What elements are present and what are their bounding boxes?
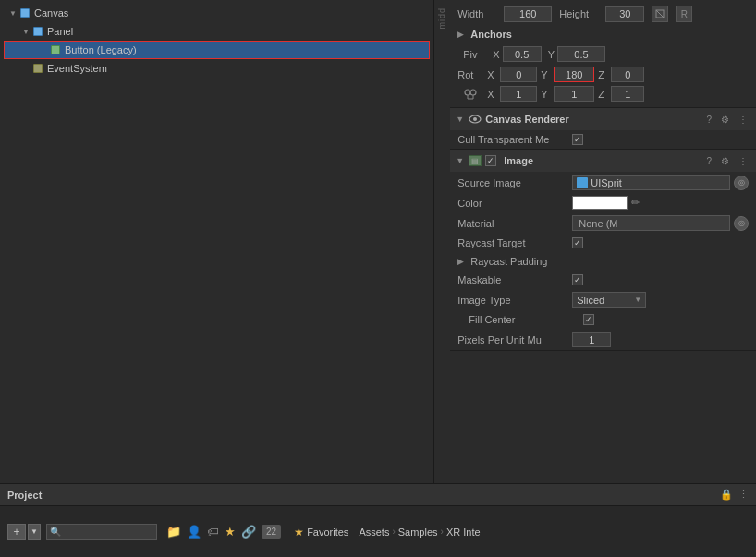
cull-transparent-label: Cull Transparent Me — [457, 134, 568, 145]
piv-y-field[interactable] — [557, 46, 605, 62]
piv-row: Piv X Y — [450, 43, 756, 65]
color-row: Color ✏ — [450, 193, 756, 212]
image-enabled-checkbox[interactable] — [485, 155, 496, 166]
piv-x-field[interactable] — [503, 46, 542, 62]
color-swatch[interactable] — [572, 196, 628, 210]
tree-arrow-canvas: ▼ — [7, 7, 18, 18]
material-field[interactable]: None (M — [572, 215, 730, 231]
button-legacy-label: Button (Legacy) — [65, 44, 137, 55]
canvas-renderer-settings[interactable]: ⚙ — [718, 114, 732, 126]
height-field[interactable] — [605, 6, 644, 22]
link-icon-bottom[interactable]: 🔗 — [241, 525, 256, 539]
rot-y-field[interactable] — [554, 67, 594, 82]
image-section-title: Image — [504, 155, 700, 166]
bottom-toolbar: Project 🔒 ⋮ — [0, 484, 756, 506]
source-image-picker[interactable]: ◎ — [734, 176, 749, 190]
canvas-renderer-title: Canvas Renderer — [485, 114, 700, 125]
xr-nav-label: XR Inte — [446, 527, 481, 538]
raycast-target-label: Raycast Target — [457, 237, 568, 248]
tree-item-panel[interactable]: ▼ Panel — [0, 22, 433, 41]
add-dropdown[interactable]: ▼ — [28, 524, 41, 540]
cull-transparent-checkbox[interactable] — [572, 134, 583, 145]
material-label: Material — [457, 218, 568, 229]
rot-y-label: Y — [541, 69, 550, 80]
folder-icon[interactable]: 📁 — [166, 525, 181, 539]
piv-xy-group: X Y — [493, 46, 605, 62]
scale-y-field[interactable] — [554, 86, 594, 102]
rot-x-field[interactable] — [500, 67, 537, 82]
source-image-text: UISprit — [591, 177, 622, 188]
bottom-panel: Project 🔒 ⋮ + ▼ 🔍 📁 👤 🏷 ★ 🔗 22 — [0, 483, 756, 557]
button-legacy-icon — [49, 43, 62, 56]
add-button[interactable]: + — [7, 524, 26, 540]
raycast-target-checkbox[interactable] — [572, 237, 583, 248]
lock-icon[interactable]: 🔒 — [720, 489, 733, 501]
scale-y-label: Y — [541, 89, 550, 100]
image-section-icon: ▤ — [469, 154, 482, 167]
hierarchy-panel: ▼ Canvas ▼ Panel Button (Leg — [0, 0, 434, 483]
svg-line-1 — [656, 10, 664, 18]
rot-x-label: X — [487, 69, 496, 80]
tree-item-button-legacy[interactable]: Button (Legacy) — [4, 41, 430, 59]
canvas-renderer-help[interactable]: ? — [703, 114, 714, 126]
material-value: None (M ◎ — [572, 215, 749, 231]
width-field[interactable] — [504, 6, 552, 22]
color-picker-icon[interactable]: ✏ — [631, 197, 640, 209]
favorites-nav-label: Favorites — [307, 527, 348, 538]
svg-point-2 — [465, 90, 470, 95]
eventsystem-icon — [31, 62, 44, 75]
scale-z-field[interactable] — [611, 86, 644, 102]
dropdown-arrow: ▼ — [634, 296, 641, 304]
count-badge: 22 — [262, 525, 281, 539]
pixels-per-unit-field[interactable] — [572, 332, 611, 347]
material-picker[interactable]: ◎ — [734, 216, 749, 231]
search-input[interactable] — [46, 524, 157, 540]
height-label: Height — [559, 8, 598, 19]
bottom-content: + ▼ 🔍 📁 👤 🏷 ★ 🔗 22 ★ Favorites Assets › … — [0, 506, 756, 557]
fill-center-checkbox[interactable] — [583, 314, 594, 325]
favorites-icon[interactable]: ★ — [225, 525, 236, 539]
tree-arrow-panel: ▼ — [20, 26, 31, 37]
svg-point-3 — [470, 90, 476, 95]
search-container: 🔍 — [46, 524, 157, 540]
piv-x-label: X — [493, 49, 499, 60]
pixels-per-unit-row: Pixels Per Unit Mu — [450, 329, 756, 350]
eventsystem-label: EventSystem — [47, 63, 107, 74]
tag-icon[interactable]: 🏷 — [207, 525, 219, 539]
toolbar-more[interactable]: ⋮ — [738, 489, 749, 501]
pixels-per-unit-label: Pixels Per Unit Mu — [457, 334, 568, 345]
tree-item-canvas[interactable]: ▼ Canvas — [0, 4, 433, 22]
image-type-value: Sliced — [577, 295, 604, 306]
inspector-panel: Width Height R ▶ Anchors Piv — [450, 0, 756, 483]
maskable-checkbox[interactable] — [572, 274, 583, 285]
scale-x-field[interactable] — [500, 86, 537, 102]
link-icon — [457, 88, 483, 101]
r-btn[interactable]: R — [676, 6, 692, 22]
width-label: Width — [457, 8, 496, 19]
nav-arrow2: › — [441, 527, 444, 537]
panel-icon — [31, 25, 44, 38]
person-icon[interactable]: 👤 — [187, 525, 201, 539]
image-type-dropdown[interactable]: Sliced ▼ — [572, 292, 646, 308]
fill-center-row: Fill Center — [450, 310, 756, 329]
image-more[interactable]: ⋮ — [736, 155, 750, 167]
piv-label: Piv — [463, 49, 489, 60]
image-help[interactable]: ? — [703, 155, 714, 167]
source-image-field[interactable]: UISprit — [572, 175, 730, 190]
resize-btn[interactable] — [652, 6, 668, 22]
svg-point-8 — [473, 117, 477, 121]
source-image-value: UISprit ◎ — [572, 175, 749, 190]
fill-center-label: Fill Center — [469, 314, 579, 325]
canvas-renderer-more[interactable]: ⋮ — [736, 114, 750, 126]
rot-row: Rot X Y Z — [450, 65, 756, 84]
canvas-renderer-arrow: ▼ — [456, 115, 465, 124]
rot-z-field[interactable] — [611, 67, 644, 82]
canvas-label: Canvas — [34, 7, 68, 18]
tree-item-eventsystem[interactable]: EventSystem — [0, 59, 433, 78]
canvas-icon — [18, 6, 31, 19]
project-title: Project — [7, 490, 42, 501]
image-settings[interactable]: ⚙ — [718, 155, 732, 167]
bottom-action-icons: 📁 👤 🏷 ★ 🔗 22 — [166, 525, 281, 539]
image-section-arrow: ▼ — [456, 156, 465, 165]
maskable-row: Maskable — [450, 271, 756, 289]
